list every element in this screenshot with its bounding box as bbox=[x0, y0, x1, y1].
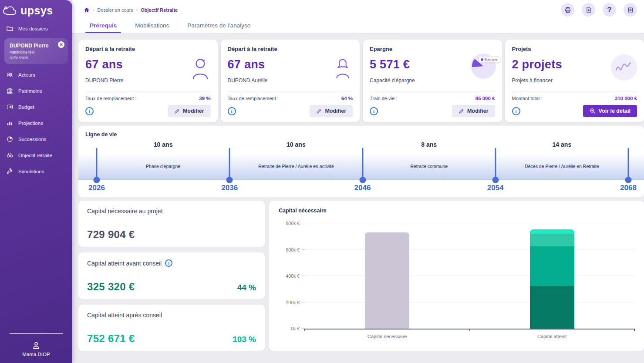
timeline-year: 2036 bbox=[221, 184, 238, 192]
info-icon[interactable]: i bbox=[512, 107, 520, 115]
card-epargne: Epargne 5 571 € Capacité d'épargne Eparg… bbox=[363, 40, 502, 122]
pencil-icon bbox=[459, 108, 464, 114]
y-axis-tick-label: 800k € bbox=[279, 221, 300, 226]
pencil-icon bbox=[174, 108, 180, 114]
breadcrumb-dossier-en-cours[interactable]: Dossier en cours bbox=[97, 7, 133, 13]
active-dossier-card[interactable]: ✕ DUPOND Pierre Patrimoine réel 02/01/20… bbox=[4, 38, 68, 64]
wallet-icon bbox=[6, 103, 13, 111]
bar-chart-icon bbox=[6, 119, 13, 127]
tab-parametres-analyse[interactable]: Paramètres de l’analyse bbox=[180, 17, 257, 33]
card-footer: i Voir le détail bbox=[512, 105, 637, 117]
y-axis-tick-label: 600k € bbox=[279, 247, 300, 252]
sidebar-item-label: Objectif retraite bbox=[18, 153, 52, 158]
capital-apres-conseil-card: Capital atteint après conseil 752 671 € … bbox=[78, 305, 265, 351]
capital-necessaire-card: Capital nécessaire au projet 729 904 € bbox=[78, 201, 265, 247]
timeline-title: Ligne de vie bbox=[78, 131, 644, 138]
question-mark-icon: ? bbox=[607, 6, 611, 14]
capital-card-value: 729 904 € bbox=[87, 229, 135, 241]
chart-bar-segment bbox=[530, 234, 574, 246]
sidebar-item-budget[interactable]: Budget bbox=[0, 99, 72, 115]
y-axis-tick-label: 0k € bbox=[279, 326, 300, 331]
capital-chart-card: Capital nécessaire 0k €200k €400k €600k … bbox=[269, 201, 644, 351]
life-timeline-card: Ligne de vie 2026203620462054206810 ansP… bbox=[78, 126, 644, 197]
documentation-button[interactable] bbox=[624, 3, 637, 17]
capital-card-value: 325 320 € bbox=[87, 281, 135, 293]
tab-mobilisations[interactable]: Mobilisations bbox=[128, 17, 176, 33]
info-icon[interactable]: i bbox=[370, 107, 378, 115]
chart-gridline bbox=[305, 276, 634, 276]
tab-prerequis[interactable]: Prérequis bbox=[83, 17, 124, 33]
timeline-phase-label: Phase d'épargne bbox=[146, 164, 180, 169]
y-axis-tick bbox=[301, 276, 305, 276]
sidebar-item-label: Acteurs bbox=[18, 72, 35, 77]
app: upsys Mes dossiers ✕ DUPOND Pierre Patri… bbox=[0, 0, 644, 363]
sidebar-item-label: Projections bbox=[18, 121, 43, 126]
y-axis-tick-label: 200k € bbox=[279, 300, 300, 305]
breadcrumb-separator: › bbox=[136, 7, 138, 12]
card-retraite-pierre: Départ à la retraite 67 ans DUPOND Pierr… bbox=[78, 40, 218, 122]
timeline-milestone-dot bbox=[94, 177, 100, 183]
timeline-year: 2026 bbox=[88, 184, 105, 192]
bank-icon bbox=[6, 87, 13, 94]
user-profile[interactable]: Mama DIOP bbox=[0, 341, 72, 357]
user-name: Mama DIOP bbox=[22, 352, 50, 357]
stat-label: Taux de remplacement : bbox=[228, 96, 279, 101]
close-dossier-icon[interactable]: ✕ bbox=[58, 41, 64, 48]
sidebar-item-label: Simulations bbox=[18, 169, 44, 174]
modify-button[interactable]: Modifier bbox=[452, 105, 495, 117]
view-detail-button[interactable]: Voir le détail bbox=[583, 105, 637, 117]
projects-wave-icon bbox=[611, 54, 637, 81]
timeline-duration: 14 ans bbox=[553, 141, 572, 148]
capital-card-title: Capital nécessaire au projet bbox=[87, 208, 256, 215]
user-icon bbox=[31, 341, 41, 350]
chart-gridline bbox=[305, 302, 634, 302]
timeline-duration: 10 ans bbox=[154, 141, 173, 148]
card-projets: Projets 2 projets Projets à financer Mon… bbox=[505, 40, 644, 122]
sidebar-item-objectif-retraite[interactable]: Objectif retraite bbox=[0, 147, 72, 163]
epargne-pie-icon: Epargne bbox=[471, 54, 496, 79]
modify-button[interactable]: Modifier bbox=[168, 105, 211, 117]
person-female-icon bbox=[333, 57, 353, 81]
breadcrumb-current-page[interactable]: Objectif Retraite bbox=[141, 7, 178, 13]
timeline-milestone-dot bbox=[492, 177, 499, 183]
sidebar-item-simulations[interactable]: Simulations bbox=[0, 163, 72, 179]
book-icon bbox=[627, 7, 634, 13]
chart-bar-segment bbox=[530, 229, 574, 233]
sidebar-item-label: Mes dossiers bbox=[18, 26, 48, 31]
stat-row: Taux de remplacement : 64 % bbox=[228, 96, 353, 101]
info-icon[interactable]: i bbox=[85, 107, 94, 115]
sidebar-item-mes-dossiers[interactable]: Mes dossiers bbox=[0, 20, 72, 37]
breadcrumb: › Dossier en cours › Objectif Retraite bbox=[84, 7, 178, 13]
modify-button[interactable]: Modifier bbox=[310, 105, 353, 117]
divider bbox=[228, 91, 353, 91]
info-icon[interactable]: i bbox=[228, 107, 236, 115]
capital-avant-conseil-card: Capital atteint avant conseil i 325 320 … bbox=[78, 252, 265, 299]
sidebar-item-label: Successions bbox=[18, 137, 47, 142]
sidebar-item-patrimoine[interactable]: Patrimoine bbox=[0, 83, 72, 99]
info-icon[interactable]: i bbox=[165, 259, 172, 267]
card-retraite-aurelie: Départ à la retraite 67 ans DUPOND Aurél… bbox=[221, 40, 360, 122]
print-button[interactable] bbox=[561, 3, 574, 17]
stat-cards-row: Départ à la retraite 67 ans DUPOND Pierr… bbox=[78, 40, 644, 122]
sidebar-item-successions[interactable]: Successions bbox=[0, 131, 72, 147]
card-title: Epargne bbox=[370, 46, 495, 52]
x-axis-tick bbox=[304, 329, 305, 331]
sidebar-item-label: Budget bbox=[18, 104, 34, 110]
export-document-button[interactable] bbox=[582, 3, 595, 17]
pie-chart-icon bbox=[6, 135, 13, 143]
stat-value: 310 000 € bbox=[615, 96, 637, 101]
sidebar-item-projections[interactable]: Projections bbox=[0, 115, 72, 131]
stat-row: Montant total : 310 000 € bbox=[512, 96, 637, 101]
sidebar-item-label: Patrimoine bbox=[18, 88, 42, 94]
breadcrumb-separator: › bbox=[93, 7, 94, 12]
stat-value: 85 000 € bbox=[475, 96, 495, 101]
tab-bar: Prérequis Mobilisations Paramètres de l’… bbox=[72, 17, 644, 34]
sidebar-item-acteurs[interactable]: Acteurs bbox=[0, 67, 72, 83]
help-button[interactable]: ? bbox=[603, 3, 616, 17]
chart-gridline bbox=[305, 249, 634, 250]
divider bbox=[370, 91, 495, 91]
y-axis-tick-label: 400k € bbox=[279, 273, 300, 279]
stat-label: Taux de remplacement : bbox=[85, 96, 136, 101]
timeline-milestone-line bbox=[229, 148, 230, 180]
home-icon[interactable] bbox=[84, 7, 90, 13]
